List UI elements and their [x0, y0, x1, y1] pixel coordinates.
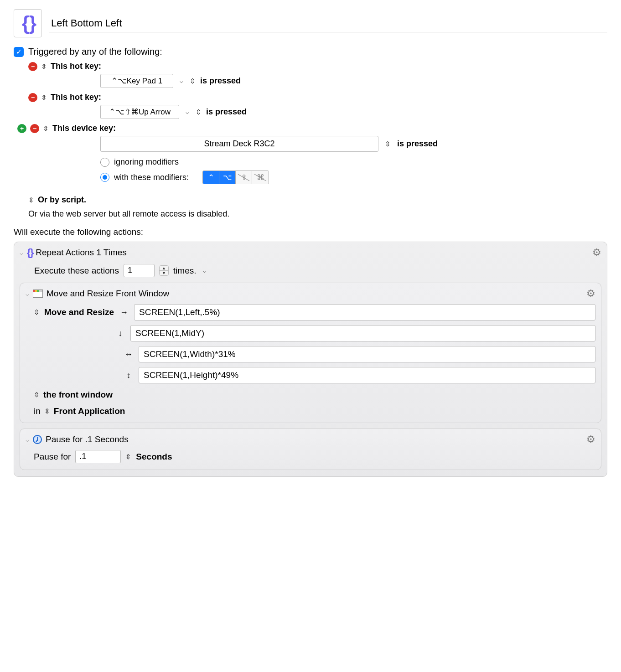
pause-unit-stepper[interactable]: ⇳ — [125, 453, 131, 461]
window-target-stepper[interactable]: ⇳ — [34, 391, 40, 399]
disclosure-icon[interactable]: ⌵ — [26, 290, 29, 297]
move-resize-action[interactable]: ⌵ Move and Resize Front Window ⚙ ⇳ Move … — [20, 283, 601, 423]
remove-trigger-button[interactable]: − — [28, 93, 37, 102]
remove-trigger-button[interactable]: − — [30, 124, 39, 133]
ignoring-modifiers-radio[interactable] — [100, 158, 109, 167]
clock-icon — [33, 435, 42, 444]
condition-stepper-1[interactable]: ⇳ — [190, 77, 196, 85]
triggered-label: Triggered by any of the following: — [28, 47, 162, 57]
mod-ctrl[interactable]: ⌃ — [203, 171, 219, 184]
hotkey-label: This hot key: — [51, 93, 101, 102]
braces-icon: { } — [27, 247, 32, 258]
pause-title: Pause for .1 Seconds — [46, 434, 129, 445]
pos-x-input[interactable] — [134, 304, 595, 320]
gear-icon[interactable]: ⚙ — [586, 434, 595, 445]
reorder-icon[interactable]: ⇳ — [41, 93, 47, 102]
width-input[interactable] — [139, 346, 595, 362]
arrow-right-icon: → — [119, 308, 129, 317]
disclosure-icon[interactable]: ⌵ — [20, 249, 23, 256]
times-menu[interactable]: ⌵ — [201, 267, 208, 274]
remove-trigger-button[interactable]: − — [28, 62, 37, 71]
gear-icon[interactable]: ⚙ — [592, 247, 601, 258]
add-trigger-button[interactable]: + — [17, 124, 26, 133]
device-key-label: This device key: — [52, 124, 116, 133]
with-modifiers-label: with these modifiers: — [114, 173, 189, 182]
repeat-action[interactable]: ⌵ { } Repeat Actions 1 Times ⚙ Execute t… — [14, 242, 607, 477]
remote-disabled-label: Or via the web server but all remote acc… — [28, 209, 229, 219]
hotkey-label: This hot key: — [51, 62, 101, 71]
mod-shift[interactable]: ⇧ — [236, 171, 252, 184]
or-script-label: Or by script. — [38, 195, 86, 205]
reorder-icon[interactable]: ⇳ — [43, 124, 49, 133]
mod-option[interactable]: ⌥ — [219, 171, 236, 184]
script-stepper[interactable]: ⇳ — [28, 196, 34, 204]
enabled-checkbox[interactable]: ✓ — [14, 47, 24, 57]
execute-these-label: Execute these actions — [34, 266, 119, 276]
hotkey-menu-1[interactable]: ⌵ — [178, 78, 185, 84]
repeat-count-input[interactable] — [124, 264, 155, 277]
ignoring-modifiers-label: ignoring modifiers — [114, 157, 179, 167]
in-label: in — [34, 406, 41, 416]
is-pressed-3: is pressed — [397, 139, 438, 149]
front-app-label: Front Application — [54, 406, 125, 416]
seconds-label: Seconds — [136, 452, 172, 462]
arrow-width-icon: ↔ — [123, 350, 134, 359]
hotkey-menu-2[interactable]: ⌵ — [184, 109, 191, 115]
hotkey-input-2[interactable]: ⌃⌥⇧⌘Up Arrow — [100, 105, 179, 119]
move-resize-label: Move and Resize — [44, 307, 114, 317]
arrow-height-icon: ↕ — [123, 371, 134, 380]
window-icon — [33, 289, 43, 298]
repeat-title: Repeat Actions 1 Times — [36, 248, 127, 258]
height-input[interactable] — [139, 367, 595, 383]
front-window-label: the front window — [43, 390, 113, 400]
disclosure-icon[interactable]: ⌵ — [26, 436, 29, 443]
is-pressed-2: is pressed — [206, 107, 247, 117]
condition-stepper-3[interactable]: ⇳ — [385, 140, 391, 148]
with-modifiers-radio[interactable] — [100, 173, 109, 182]
move-resize-stepper[interactable]: ⇳ — [34, 308, 40, 316]
macro-icon[interactable]: { } — [14, 9, 42, 37]
device-key-input[interactable]: Stream Deck R3C2 — [100, 136, 378, 152]
pause-value-input[interactable] — [75, 450, 121, 463]
macro-title-input[interactable] — [49, 15, 607, 32]
times-label: times. — [173, 266, 197, 276]
app-target-stepper[interactable]: ⇳ — [44, 407, 50, 415]
is-pressed-1: is pressed — [200, 76, 241, 86]
condition-stepper-2[interactable]: ⇳ — [196, 108, 202, 116]
modifier-group: ⌃ ⌥ ⇧ ⌘ — [202, 171, 269, 184]
arrow-down-icon: ↓ — [115, 329, 126, 338]
pause-action[interactable]: ⌵ Pause for .1 Seconds ⚙ Pause for ⇳ Sec… — [20, 429, 601, 470]
braces-icon: { } — [22, 12, 34, 34]
pause-for-label: Pause for — [34, 452, 71, 462]
will-execute-label: Will execute the following actions: — [14, 227, 607, 237]
move-resize-title: Move and Resize Front Window — [47, 289, 169, 299]
repeat-stepper[interactable]: ▲▼ — [159, 265, 169, 276]
gear-icon[interactable]: ⚙ — [586, 288, 595, 300]
mod-command[interactable]: ⌘ — [252, 171, 269, 184]
reorder-icon[interactable]: ⇳ — [41, 62, 47, 71]
hotkey-input-1[interactable]: ⌃⌥Key Pad 1 — [100, 74, 173, 88]
pos-y-input[interactable] — [130, 325, 595, 341]
